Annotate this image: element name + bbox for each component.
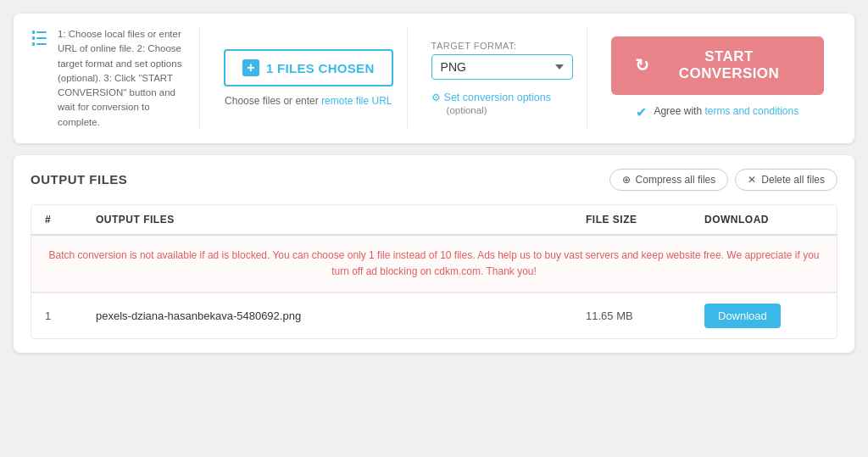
table-row: 1 pexels-dziana-hasanbekava-5480692.png …: [31, 293, 837, 338]
top-section: 1: Choose local files or enter URL of on…: [31, 27, 837, 130]
start-conversion-button[interactable]: ↻ START CONVERSION: [611, 36, 824, 95]
row-num: 1: [45, 309, 96, 322]
svg-rect-2: [36, 43, 47, 45]
col-download: DOWNLOAD: [704, 214, 823, 226]
instructions-panel: 1: Choose local files or enter URL of on…: [31, 27, 200, 130]
list-icon: [31, 29, 49, 50]
col-num: #: [45, 214, 96, 226]
download-button[interactable]: Download: [704, 304, 781, 328]
terms-link[interactable]: terms and conditions: [704, 105, 798, 117]
svg-rect-1: [36, 37, 47, 39]
file-url-text: Choose files or enter remote file URL: [225, 95, 392, 107]
checkmark-icon: ✔: [636, 104, 647, 120]
output-header: OUTPUT FILES ⊕ Compress all files ✕ Dele…: [31, 169, 837, 191]
target-format-label: TARGET FORMAT:: [431, 41, 517, 51]
delete-icon: ✕: [748, 174, 756, 186]
remote-url-link[interactable]: remote file URL: [321, 95, 392, 107]
output-table: # OUTPUT FILES FILE SIZE DOWNLOAD Batch …: [31, 204, 837, 339]
table-header: # OUTPUT FILES FILE SIZE DOWNLOAD: [31, 205, 837, 236]
compress-all-button[interactable]: ⊕ Compress all files: [609, 169, 729, 191]
format-panel: TARGET FORMAT: PNG JPG WEBP GIF BMP TIFF…: [418, 27, 587, 130]
ad-warning: Batch conversion is not available if ad …: [31, 236, 837, 293]
filesize: 11.65 MB: [586, 309, 704, 322]
terms-row: ✔ Agree with terms and conditions: [636, 105, 798, 120]
action-panel: ↻ START CONVERSION ✔ Agree with terms an…: [598, 27, 837, 130]
output-title: OUTPUT FILES: [31, 172, 127, 187]
gear-icon: ⚙: [431, 92, 441, 103]
set-options-link[interactable]: ⚙ Set conversion options: [431, 92, 551, 103]
delete-all-button[interactable]: ✕ Delete all files: [735, 169, 837, 191]
optional-text: (optional): [447, 105, 487, 115]
plus-icon: +: [242, 59, 259, 76]
svg-rect-4: [32, 36, 35, 40]
refresh-icon: ↻: [635, 55, 649, 75]
instructions-text: 1: Choose local files or enter URL of on…: [58, 27, 186, 130]
col-size: FILE SIZE: [586, 214, 704, 226]
files-chosen-button[interactable]: + 1 FILES CHOSEN: [224, 49, 393, 86]
top-card: 1: Choose local files or enter URL of on…: [14, 14, 854, 143]
files-panel: + 1 FILES CHOSEN Choose files or enter r…: [210, 27, 408, 130]
header-actions: ⊕ Compress all files ✕ Delete all files: [609, 169, 837, 191]
filename: pexels-dziana-hasanbekava-5480692.png: [96, 309, 586, 322]
compress-icon: ⊕: [622, 174, 631, 186]
format-select[interactable]: PNG JPG WEBP GIF BMP TIFF PDF: [431, 54, 573, 80]
conversion-options: ⚙ Set conversion options (optional): [431, 92, 551, 115]
svg-rect-5: [32, 42, 35, 46]
files-chosen-label: 1 FILES CHOSEN: [266, 61, 375, 75]
svg-rect-0: [36, 31, 47, 33]
col-files: OUTPUT FILES: [96, 214, 586, 226]
svg-rect-3: [32, 31, 35, 34]
output-card: OUTPUT FILES ⊕ Compress all files ✕ Dele…: [14, 155, 854, 353]
